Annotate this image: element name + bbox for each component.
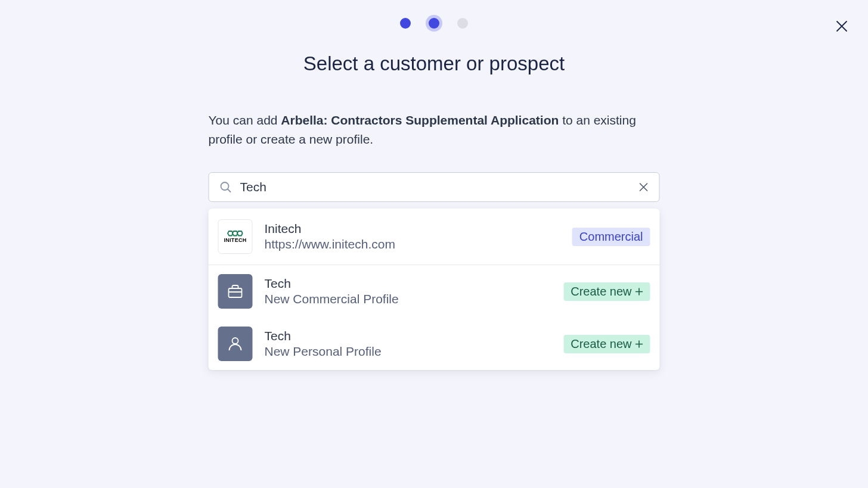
progress-step-1 [400,18,411,29]
search-container[interactable] [209,172,660,202]
initech-logo: INITECH [224,231,246,243]
create-new-label: Create new [571,285,631,299]
create-personal-subtitle: New Personal Profile [265,344,564,359]
create-personal-title: Tech [265,329,564,343]
result-url: https://www.initech.com [265,237,572,251]
progress-step-2 [429,18,439,29]
plus-icon [636,340,643,348]
result-create-commercial[interactable]: Tech New Commercial Profile Create new [209,265,660,318]
create-new-badge: Create new [563,335,650,353]
commercial-badge: Commercial [572,228,650,246]
clear-search-button[interactable] [639,182,649,192]
person-icon [227,335,244,353]
close-button[interactable] [835,19,849,33]
result-create-personal[interactable]: Tech New Personal Profile Create new [209,318,660,370]
svg-rect-2 [229,288,242,297]
svg-point-4 [232,338,238,344]
company-logo-avatar: INITECH [218,219,253,254]
plus-icon [636,288,643,296]
create-commercial-title: Tech [265,276,564,291]
close-icon [836,20,848,32]
progress-step-3 [457,18,468,29]
instruction-bold: Arbella: Contractors Supplemental Applic… [281,113,559,127]
create-commercial-subtitle: New Commercial Profile [265,292,564,306]
clear-icon [639,182,649,192]
result-existing[interactable]: INITECH Initech https://www.initech.com … [209,209,660,265]
progress-steps [400,18,468,29]
instruction-prefix: You can add [209,113,281,127]
create-new-badge: Create new [563,282,650,301]
instruction-text: You can add Arbella: Contractors Supplem… [209,111,660,148]
create-new-label: Create new [571,337,631,351]
personal-icon-avatar [218,327,253,361]
page-title: Select a customer or prospect [303,52,565,75]
results-dropdown: INITECH Initech https://www.initech.com … [209,209,660,370]
result-title: Initech [265,222,572,236]
briefcase-icon [227,282,244,300]
svg-line-1 [228,189,231,192]
search-icon [220,181,232,193]
commercial-icon-avatar [218,274,253,309]
logo-text: INITECH [224,237,246,243]
search-input[interactable] [240,180,639,194]
